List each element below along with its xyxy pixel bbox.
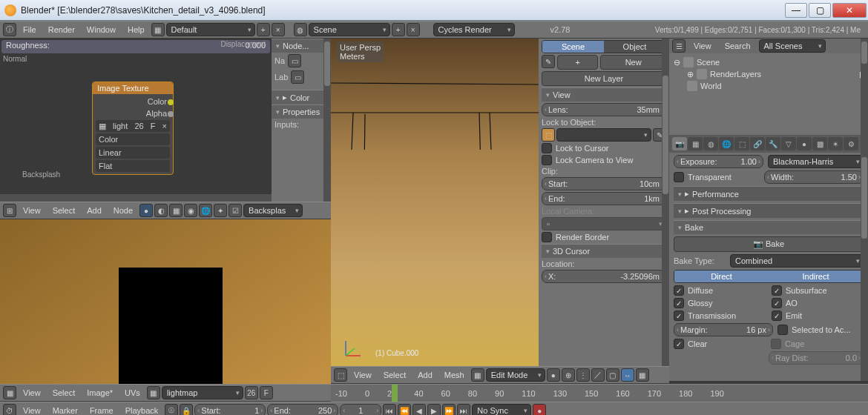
layout-del-button[interactable]: × [272,23,285,36]
scene-dropdown[interactable]: Scene [309,23,390,36]
direct-toggle[interactable]: Direct [674,270,769,282]
image-picker[interactable]: ▦ light 26 F × [96,120,170,132]
image-browse-icon[interactable]: ▦ [147,386,160,399]
vp-mesh[interactable]: Mesh [439,368,470,382]
cube-icon[interactable]: ⬚ [542,128,555,142]
new-layer-button[interactable]: New Layer [542,71,666,86]
editor-type-3d-icon[interactable]: ⬚ [334,368,347,382]
render-border-check[interactable] [542,232,552,242]
ray-dist-field[interactable]: Ray Dist:0.0 [769,351,864,365]
margin-field[interactable]: Margin:16 px [674,323,773,336]
lock-camera-check[interactable] [542,155,552,165]
lock-cursor-check[interactable] [542,143,552,153]
out-view[interactable]: View [688,39,717,53]
tl-playback[interactable]: Playback [120,404,164,415]
tab-particles[interactable]: ✶ [828,137,843,150]
cursor-section[interactable]: 3D Cursor [542,244,666,258]
obj-data-icon[interactable]: ◉ [184,204,197,217]
tab-data[interactable]: ▽ [781,137,796,150]
diffuse-check[interactable] [674,285,684,296]
projection-dropdown[interactable]: Flat [96,160,170,172]
width-field[interactable]: Width:1.50 [764,170,864,184]
lock-icon[interactable]: 🔒 [180,404,193,415]
bake-type-dropdown[interactable]: Combined [730,254,864,268]
viewport-3d[interactable]: User Persp Meters (1) Cube.000 [331,39,539,366]
new-button[interactable]: New [600,55,666,70]
tab-render[interactable]: 📷 [672,137,687,150]
transparent-check[interactable] [674,172,684,182]
outliner-tree[interactable]: ⊖Scene ⊕RenderLayers▮ World [669,53,868,95]
mode-icon[interactable]: ▦ [471,368,484,382]
play-rev-icon[interactable]: ◀ [412,404,426,415]
node-editor[interactable]: Roughness: 0.000 Normal Displacement Bac… [0,39,272,202]
ne-select[interactable]: Select [47,204,81,217]
sel-vert-icon[interactable]: ⋮ [576,368,590,382]
indirect-toggle[interactable]: Indirect [769,270,863,282]
tab-modifiers[interactable]: 🔧 [766,137,780,150]
lens-field[interactable]: Lens:35mm [542,103,666,116]
uv-select[interactable]: Select [47,386,81,399]
layout-add-button[interactable]: + [257,23,270,36]
tab-material[interactable]: ● [797,137,812,150]
subsurface-check[interactable] [772,285,782,296]
direct-indirect-toggle[interactable]: Direct Indirect [674,270,864,283]
tl-frame[interactable]: Frame [85,404,119,415]
close-button[interactable]: ✕ [832,3,867,18]
menu-render[interactable]: Render [43,23,80,36]
tl-view[interactable]: View [18,404,46,415]
lab-field[interactable]: ▭ [291,70,304,84]
pivot-icon[interactable]: ⊕ [562,368,575,382]
keyframe-next-icon[interactable]: ⏩ [442,404,456,415]
layer-icon[interactable]: ▦ [636,368,649,382]
scene-add-button[interactable]: + [392,23,405,36]
na-field[interactable]: ▭ [288,54,301,67]
world-data-icon[interactable]: 🌐 [199,204,212,217]
node-h-scroll[interactable] [0,194,272,202]
clip-start-field[interactable]: Start:10cm [542,177,666,190]
image-users[interactable]: 26 [245,386,258,399]
sync-dropdown[interactable]: No Sync [472,404,531,415]
tab-constraints[interactable]: 🔗 [750,137,765,150]
shader-type-icon[interactable]: ● [139,204,153,217]
scene-browse-icon[interactable]: ◍ [294,23,307,36]
tab-scene[interactable]: ◍ [703,137,718,150]
vp-add[interactable]: Add [412,368,438,382]
local-camera-dropdown[interactable]: ▫ [542,217,666,230]
layout-dropdown[interactable]: Default [166,23,255,36]
selected-to-active-check[interactable] [777,325,788,335]
node-side-scroll[interactable] [323,39,331,202]
keyframe-prev-icon[interactable]: ⏪ [398,404,411,415]
ao-check[interactable] [772,298,782,308]
tab-object[interactable]: ⬚ [734,137,749,150]
tab-renderlayers[interactable]: ▦ [688,137,703,150]
image-texture-node[interactable]: Image Texture Color Alpha ▦ light 26 F × [92,82,174,175]
texture-type-icon[interactable]: ▦ [169,204,183,217]
menu-file[interactable]: File [18,23,42,36]
scene-del-button[interactable]: × [407,23,420,36]
view-section[interactable]: View [542,87,666,102]
current-frame-field[interactable]: 1 [340,404,381,415]
pixel-filter-dropdown[interactable]: Blackman-Harris [768,155,864,168]
color-space-dropdown[interactable]: Color [96,133,170,145]
transmission-check[interactable] [674,311,684,321]
ne-view[interactable]: View [18,204,46,217]
vp-select[interactable]: Select [378,368,412,382]
editor-type-outliner-icon[interactable]: ☰ [672,39,685,53]
object-toggle[interactable]: Object [604,41,665,53]
clip-end-field[interactable]: End:1km [542,192,666,205]
start-frame-field[interactable]: Start:1 [194,404,266,415]
node-section[interactable]: Node... [272,39,331,53]
uv-view[interactable]: View [18,386,46,399]
out-color[interactable]: Color [96,96,170,107]
ne-node[interactable]: Node [108,204,138,217]
editor-type-icon[interactable]: ⓘ [3,23,16,36]
layout-browse-icon[interactable]: ▦ [151,23,165,36]
image-dropdown[interactable]: lightmap [162,386,243,399]
scene-toggle[interactable]: Scene [542,41,604,53]
sel-edge-icon[interactable]: ／ [591,368,605,382]
lamp-data-icon[interactable]: ✦ [214,204,227,217]
menu-help[interactable]: Help [122,23,150,36]
properties-scroll[interactable] [861,135,868,381]
scene-object-toggle[interactable]: Scene Object [542,40,666,53]
interpolation-dropdown[interactable]: Linear [96,147,170,159]
